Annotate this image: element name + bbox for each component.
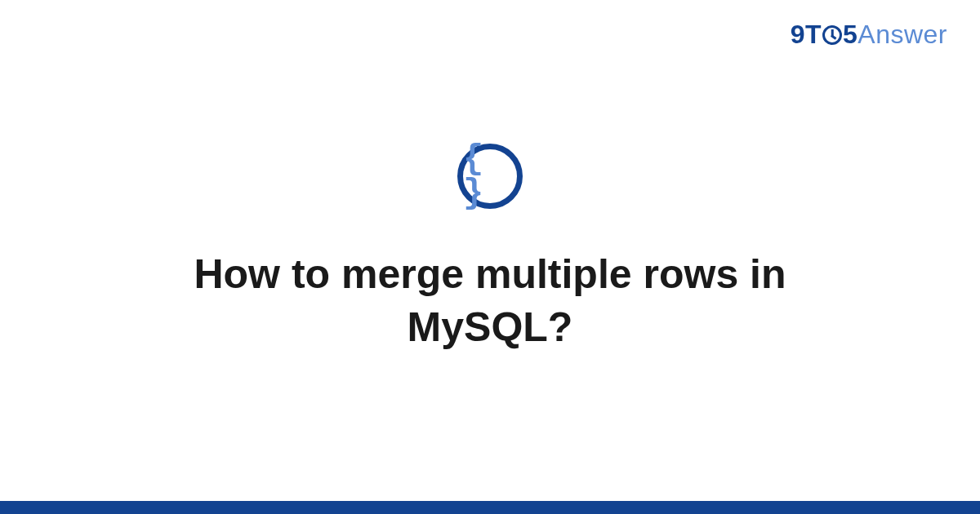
page-title: How to merge multiple rows in MySQL? bbox=[114, 248, 866, 354]
icon-container: { } bbox=[457, 144, 523, 209]
footer-accent-bar bbox=[0, 501, 980, 514]
braces-glyph: { } bbox=[463, 142, 517, 210]
main-content: { } How to merge multiple rows in MySQL? bbox=[0, 0, 980, 514]
code-braces-icon: { } bbox=[457, 144, 523, 209]
